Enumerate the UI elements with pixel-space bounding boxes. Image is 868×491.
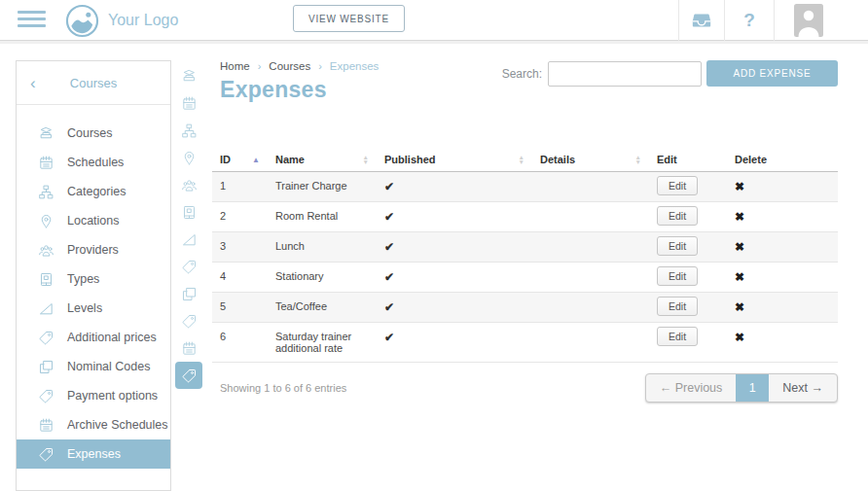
sidebar-back-header[interactable]: ‹ Courses (17, 61, 170, 105)
cell-details (532, 172, 649, 202)
sidebar-item-levels[interactable]: Levels (17, 294, 170, 323)
cell-published: ✔ (377, 172, 532, 202)
sidebar-item-courses[interactable]: Courses (17, 119, 170, 148)
user-avatar-button[interactable] (774, 0, 842, 41)
sidebar-item-label: Categories (67, 185, 126, 198)
rail-item-calendar-icon[interactable] (175, 334, 202, 362)
add-expense-button[interactable]: ADD EXPENSE (706, 60, 838, 87)
delete-x-icon[interactable]: ✖ (735, 210, 744, 224)
delete-x-icon[interactable]: ✖ (735, 270, 744, 284)
delete-x-icon[interactable]: ✖ (735, 240, 744, 254)
column-header-details[interactable]: Details▲▼ (532, 148, 649, 172)
tag-icon (38, 446, 54, 463)
school-icon (38, 125, 54, 142)
sort-both-icon: ▲▼ (519, 155, 524, 164)
sidebar-item-payment-options[interactable]: Payment options (17, 381, 170, 410)
image-logo-icon (65, 4, 99, 38)
table-row: 5Tea/Coffee✔Edit✖ (212, 293, 838, 323)
table-row: 3Lunch✔Edit✖ (212, 232, 838, 263)
topbar-shade (0, 41, 868, 44)
delete-x-icon[interactable]: ✖ (735, 180, 744, 193)
column-header-published[interactable]: Published▲▼ (377, 148, 532, 172)
help-button[interactable]: ? (724, 0, 774, 41)
people-icon (38, 242, 54, 259)
edit-button[interactable]: Edit (657, 206, 698, 226)
search-input[interactable] (548, 61, 702, 87)
cell-delete: ✖ (727, 263, 838, 293)
edit-button[interactable]: Edit (657, 236, 698, 256)
sidebar-item-label: Courses (67, 126, 113, 140)
sidebar-item-expenses[interactable]: Expenses (17, 439, 170, 469)
sidebar-item-label: Additional prices (67, 331, 157, 344)
help-icon: ? (743, 10, 755, 31)
cell-details (532, 232, 649, 263)
sidebar-item-schedules[interactable]: Schedules (17, 148, 170, 177)
rail-item-pin-icon[interactable] (175, 144, 202, 171)
cell-published: ✔ (377, 263, 532, 293)
sidebar-item-label: Types (67, 272, 99, 286)
breadcrumb-item-home[interactable]: Home (220, 60, 250, 72)
cell-name: Room Rental (268, 202, 377, 232)
pagination-next-button[interactable]: Next → (769, 374, 837, 402)
inbox-icon (691, 10, 712, 31)
column-header-id[interactable]: ID▲ (212, 148, 268, 172)
cell-edit: Edit (649, 293, 727, 323)
edit-button[interactable]: Edit (657, 266, 698, 286)
column-label: Published (384, 154, 436, 165)
column-header-name[interactable]: Name▲▼ (268, 148, 377, 172)
sidebar-item-types[interactable]: Types (17, 264, 170, 294)
pagination: ← Previous 1 Next → (645, 373, 838, 403)
cell-details (532, 293, 649, 323)
cell-details (532, 202, 649, 232)
rail-item-tag-icon[interactable] (175, 362, 202, 389)
edit-button[interactable]: Edit (657, 327, 698, 346)
rail-item-levels-icon[interactable] (175, 226, 202, 253)
logo[interactable]: Your Logo (65, 3, 178, 38)
sidebar-item-label: Payment options (67, 389, 158, 403)
cell-delete: ✖ (727, 323, 838, 363)
sidebar-item-additional-prices[interactable]: Additional prices (17, 323, 170, 352)
rail-item-sitemap-icon[interactable] (175, 117, 202, 144)
rail-item-school-icon[interactable] (175, 62, 202, 89)
table-row: 4Stationary✔Edit✖ (212, 263, 838, 293)
edit-button[interactable]: Edit (657, 176, 698, 195)
top-bar: Your Logo VIEW WEBSITE ? (0, 0, 868, 41)
table-row: 1Trainer Charge✔Edit✖ (212, 172, 838, 202)
rail-item-tag-icon[interactable] (175, 253, 202, 280)
rail-item-book-icon[interactable] (175, 198, 202, 226)
sidebar: ‹ Courses CoursesSchedulesCategoriesLoca… (16, 60, 171, 491)
tag-icon (38, 388, 54, 404)
cell-details (532, 263, 649, 293)
sort-asc-icon: ▲ (252, 156, 260, 164)
rail-item-tag-icon[interactable] (175, 307, 202, 334)
edit-button[interactable]: Edit (657, 297, 698, 316)
cell-id: 4 (212, 263, 268, 293)
sidebar-item-locations[interactable]: Locations (17, 206, 170, 235)
delete-x-icon[interactable]: ✖ (735, 331, 744, 344)
hamburger-menu-icon[interactable] (18, 11, 46, 31)
user-avatar-icon (794, 4, 823, 37)
view-website-button[interactable]: VIEW WEBSITE (293, 5, 405, 32)
sidebar-item-nominal-codes[interactable]: Nominal Codes (17, 352, 170, 381)
rail-item-calendar-icon[interactable] (175, 89, 202, 117)
sidebar-item-archive-schedules[interactable]: Archive Schedules (17, 410, 170, 439)
pagination-page-1-button[interactable]: 1 (736, 374, 769, 402)
sidebar-item-label: Nominal Codes (67, 360, 150, 373)
sidebar-item-label: Expenses (67, 447, 121, 461)
table-header-row: ID▲Name▲▼Published▲▼Details▲▼EditDelete (212, 148, 838, 172)
topbar-actions: ? (678, 0, 868, 41)
breadcrumb-separator-icon: › (318, 60, 322, 72)
breadcrumb-item-courses[interactable]: Courses (269, 60, 310, 72)
calendar-icon (38, 417, 54, 434)
rail-item-people-icon[interactable] (175, 171, 202, 198)
rail-item-pages-icon[interactable] (175, 280, 202, 307)
inbox-button[interactable] (678, 0, 724, 41)
cell-id: 1 (212, 172, 268, 202)
sidebar-item-providers[interactable]: Providers (17, 235, 170, 264)
sidebar-item-categories[interactable]: Categories (17, 177, 170, 206)
pagination-previous-button[interactable]: ← Previous (646, 374, 737, 402)
column-label: Edit (657, 154, 677, 165)
delete-x-icon[interactable]: ✖ (735, 300, 744, 314)
sidebar-item-label: Schedules (67, 156, 124, 169)
cell-id: 5 (212, 293, 268, 323)
